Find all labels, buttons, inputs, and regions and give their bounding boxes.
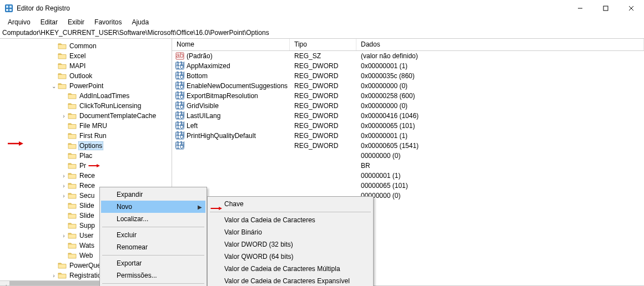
- value-type: REG_DWORD: [290, 122, 356, 130]
- menu-item[interactable]: Permissões...: [101, 269, 205, 282]
- value-row[interactable]: BR: [172, 161, 644, 171]
- menu-item[interactable]: Chave: [209, 198, 372, 210]
- menu-item[interactable]: Valor de Cadeia de Caracteres Múltipla: [209, 263, 372, 275]
- column-header-data[interactable]: Dados: [356, 39, 644, 50]
- tree-node[interactable]: ⌄PowerPoint: [0, 81, 172, 91]
- close-button[interactable]: [618, 0, 644, 17]
- folder-icon: [58, 52, 67, 60]
- menu-item[interactable]: Valor DWORD (32 bits): [209, 238, 372, 251]
- value-row[interactable]: 00000001 (1): [172, 171, 644, 181]
- tree-node[interactable]: Plac: [0, 151, 172, 161]
- value-type: REG_DWORD: [290, 92, 356, 100]
- tree-node[interactable]: Pr: [0, 161, 172, 171]
- menu-separator: [102, 227, 204, 227]
- menu-exibir[interactable]: Exibir: [63, 17, 89, 27]
- menu-ajuda[interactable]: Ajuda: [127, 17, 153, 27]
- folder-icon: [68, 182, 77, 190]
- menu-favoritos[interactable]: Favoritos: [90, 17, 126, 27]
- expander-icon[interactable]: ›: [60, 173, 68, 179]
- value-name: AppMaximized: [187, 62, 230, 70]
- tree-node[interactable]: Common: [0, 41, 172, 51]
- value-data: 0x00000000 (0): [356, 82, 644, 90]
- folder-icon: [58, 42, 67, 50]
- tree-node-label: Slide: [78, 212, 95, 219]
- menu-editar[interactable]: Editar: [36, 17, 62, 27]
- value-row[interactable]: EnableNewDocumentSuggestionsREG_DWORD0x0…: [172, 81, 644, 91]
- tree-node[interactable]: File MRU: [0, 121, 172, 131]
- tree-node[interactable]: Excel: [0, 51, 172, 61]
- tree-node-label: DocumentTemplateCache: [78, 112, 157, 120]
- minimize-button[interactable]: [567, 0, 593, 17]
- svg-rect-13: [603, 6, 608, 11]
- expander-icon[interactable]: ›: [60, 183, 68, 189]
- scroll-left-button[interactable]: ◂: [0, 281, 9, 285]
- value-data: 0x00000001 (1): [356, 62, 644, 70]
- tree-node[interactable]: AddInLoadTimes: [0, 91, 172, 101]
- value-row[interactable]: 00000065 (101): [172, 181, 644, 191]
- tree-node-label: Outlook: [68, 72, 93, 80]
- menu-item[interactable]: Valor Binário: [209, 226, 372, 238]
- menu-item[interactable]: Valor de Cadeia de Caracteres Expansível: [209, 275, 372, 286]
- tree-node-label: Rece: [78, 172, 96, 180]
- expander-icon[interactable]: ›: [60, 193, 68, 199]
- tree-node[interactable]: Options: [0, 141, 172, 151]
- menu-item[interactable]: Excluir: [101, 229, 205, 241]
- menu-item-label: Renomear: [117, 243, 148, 251]
- value-row[interactable]: ExportBitmapResolutionREG_DWORD0x0000025…: [172, 91, 644, 101]
- column-header-name[interactable]: Nome: [172, 39, 290, 50]
- folder-icon: [68, 92, 77, 100]
- window-title: Editor do Registro: [17, 4, 70, 12]
- menu-item[interactable]: Valor QWORD (64 bits): [209, 251, 372, 263]
- menu-item[interactable]: Localizar...: [101, 213, 205, 225]
- value-row[interactable]: PrintHighQualityDefaultREG_DWORD0x000000…: [172, 131, 644, 141]
- tree-node[interactable]: ›DocumentTemplateCache: [0, 111, 172, 121]
- value-type: REG_DWORD: [290, 132, 356, 140]
- value-type: REG_DWORD: [290, 102, 356, 110]
- column-header-type[interactable]: Tipo: [290, 39, 356, 50]
- tree-node[interactable]: MAPI: [0, 61, 172, 71]
- menu-item-label: Valor QWORD (64 bits): [224, 253, 293, 261]
- menu-item-label: Chave: [224, 200, 244, 208]
- folder-icon: [68, 172, 77, 180]
- value-row[interactable]: BottomREG_DWORD0x0000035c (860): [172, 71, 644, 81]
- tree-node-label: Web: [78, 252, 94, 259]
- tree-node[interactable]: Outlook: [0, 71, 172, 81]
- maximize-button[interactable]: [593, 0, 618, 17]
- tree-node-label: MAPI: [68, 62, 87, 70]
- value-row[interactable]: LeftREG_DWORD0x00000065 (101): [172, 121, 644, 131]
- value-type: REG_DWORD: [290, 82, 356, 90]
- value-name: ExportBitmapResolution: [187, 92, 258, 100]
- folder-icon: [68, 102, 77, 110]
- value-row[interactable]: 00000000 (0): [172, 151, 644, 161]
- menu-item[interactable]: Valor da Cadeia de Caracteres: [209, 214, 372, 226]
- tree-node[interactable]: First Run: [0, 131, 172, 141]
- menu-item[interactable]: Novo▶: [101, 201, 205, 213]
- value-data: BR: [356, 162, 644, 170]
- value-row[interactable]: LastUILangREG_DWORD0x00000416 (1046): [172, 111, 644, 121]
- tree-node[interactable]: ClickToRunLicensing: [0, 101, 172, 111]
- expander-icon[interactable]: ›: [60, 233, 68, 239]
- value-type: REG_DWORD: [290, 72, 356, 80]
- menu-arquivo[interactable]: Arquivo: [3, 17, 35, 27]
- value-row[interactable]: GridVisibleREG_DWORD0x00000000 (0): [172, 101, 644, 111]
- value-row[interactable]: (Padrão)REG_SZ(valor não definido): [172, 51, 644, 61]
- menu-separator: [210, 212, 371, 212]
- expander-icon[interactable]: ›: [50, 273, 58, 279]
- address-bar[interactable]: Computador\HKEY_CURRENT_USER\Software\Mi…: [0, 28, 644, 39]
- menu-item[interactable]: Expandir: [101, 188, 205, 201]
- folder-icon: [68, 132, 77, 140]
- value-data: 00000001 (1): [356, 172, 644, 180]
- value-row[interactable]: REG_DWORD0x00000605 (1541): [172, 141, 644, 151]
- folder-icon: [58, 262, 67, 269]
- value-row[interactable]: AppMaximizedREG_DWORD0x00000001 (1): [172, 61, 644, 71]
- menu-separator: [102, 283, 204, 284]
- menu-item[interactable]: Exportar: [101, 257, 205, 269]
- value-data: (valor não definido): [356, 52, 644, 60]
- menu-item-label: Valor Binário: [224, 228, 262, 236]
- expander-icon[interactable]: ⌄: [50, 83, 58, 89]
- folder-icon: [68, 252, 77, 259]
- tree-node[interactable]: ›Rece: [0, 171, 172, 181]
- menu-item[interactable]: Renomear: [101, 241, 205, 253]
- value-data: 00000000 (0): [356, 152, 644, 160]
- expander-icon[interactable]: ›: [60, 113, 68, 119]
